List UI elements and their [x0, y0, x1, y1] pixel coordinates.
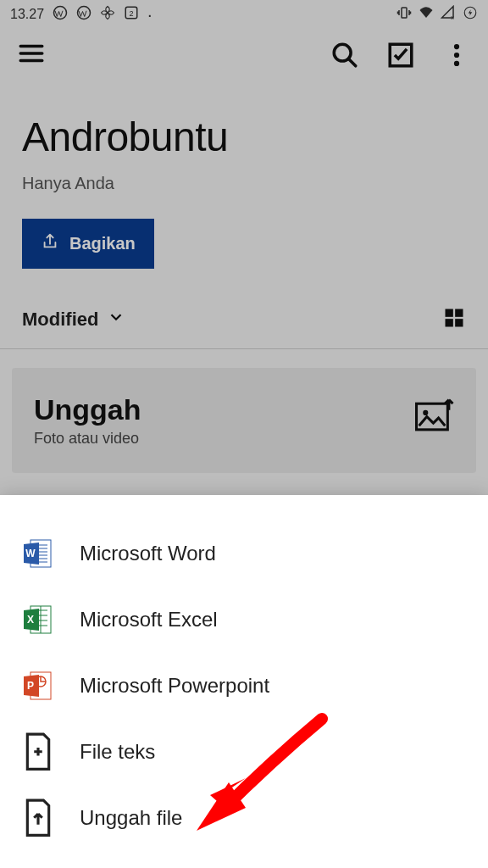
app-icon: 2: [124, 5, 139, 24]
sheet-item-label: Microsoft Powerpoint: [80, 674, 269, 698]
svg-rect-13: [455, 309, 463, 317]
battery-icon: [463, 5, 478, 24]
sheet-item-powerpoint[interactable]: P Microsoft Powerpoint: [0, 653, 488, 719]
share-button[interactable]: Bagikan: [22, 219, 154, 269]
sheet-item-upload[interactable]: Unggah file: [0, 785, 488, 851]
search-button[interactable]: [330, 41, 359, 70]
upload-image-icon: [415, 393, 454, 436]
sheet-item-label: Unggah file: [80, 806, 182, 830]
svg-rect-16: [417, 403, 448, 430]
sort-button[interactable]: Modified: [22, 308, 125, 331]
svg-text:x: x: [451, 14, 454, 21]
wordpress-icon: [76, 5, 92, 24]
sheet-item-label: Microsoft Word: [80, 542, 216, 565]
share-icon: [41, 232, 59, 255]
sort-label: Modified: [22, 309, 98, 331]
signal-icon: x: [441, 5, 456, 24]
text-file-icon: [22, 736, 54, 768]
sheet-item-label: File teks: [80, 740, 155, 764]
svg-rect-15: [455, 319, 463, 326]
svg-text:W: W: [25, 548, 36, 559]
sheet-item-textfile[interactable]: File teks: [0, 719, 488, 785]
share-label: Bagikan: [69, 234, 136, 253]
more-button[interactable]: [442, 41, 471, 70]
svg-text:P: P: [27, 680, 34, 692]
menu-button[interactable]: [17, 39, 46, 71]
statusbar: 13.27 2 · x: [0, 0, 488, 25]
upload-file-icon: [22, 802, 54, 834]
folder-title: Androbuntu: [22, 114, 466, 160]
svg-point-10: [454, 53, 459, 58]
svg-rect-12: [446, 309, 453, 317]
sheet-item-label: Microsoft Excel: [80, 608, 218, 632]
statusbar-time: 13.27: [10, 7, 44, 22]
svg-rect-4: [402, 8, 407, 18]
folder-header: Androbuntu Hanya Anda Bagikan: [0, 85, 488, 269]
folder-subtitle: Hanya Anda: [22, 174, 466, 193]
svg-point-11: [454, 61, 459, 66]
sheet-item-excel[interactable]: X Microsoft Excel: [0, 587, 488, 653]
chevron-down-icon: [107, 308, 125, 331]
svg-point-17: [423, 410, 428, 415]
pinwheel-icon: [100, 5, 115, 24]
upload-card[interactable]: Unggah Foto atau video: [12, 368, 476, 473]
word-icon: W: [22, 537, 54, 570]
sheet-item-word[interactable]: W Microsoft Word: [0, 520, 488, 587]
select-button[interactable]: [386, 41, 415, 70]
vibrate-icon: [396, 5, 412, 24]
svg-text:X: X: [27, 614, 34, 626]
upload-card-subtitle: Foto atau video: [34, 430, 141, 448]
svg-point-9: [454, 44, 459, 49]
upload-card-title: Unggah: [34, 393, 141, 426]
svg-text:2: 2: [130, 9, 134, 18]
wordpress-icon: [53, 5, 68, 24]
wifi-icon: [419, 5, 434, 24]
svg-rect-14: [446, 319, 453, 326]
appbar: [0, 25, 488, 85]
excel-icon: X: [22, 604, 54, 636]
grid-view-button[interactable]: [442, 306, 466, 333]
powerpoint-icon: P: [22, 670, 54, 702]
dot-icon: ·: [147, 5, 152, 25]
create-bottomsheet: W Microsoft Word X Microsoft Excel P Mic…: [0, 495, 488, 868]
